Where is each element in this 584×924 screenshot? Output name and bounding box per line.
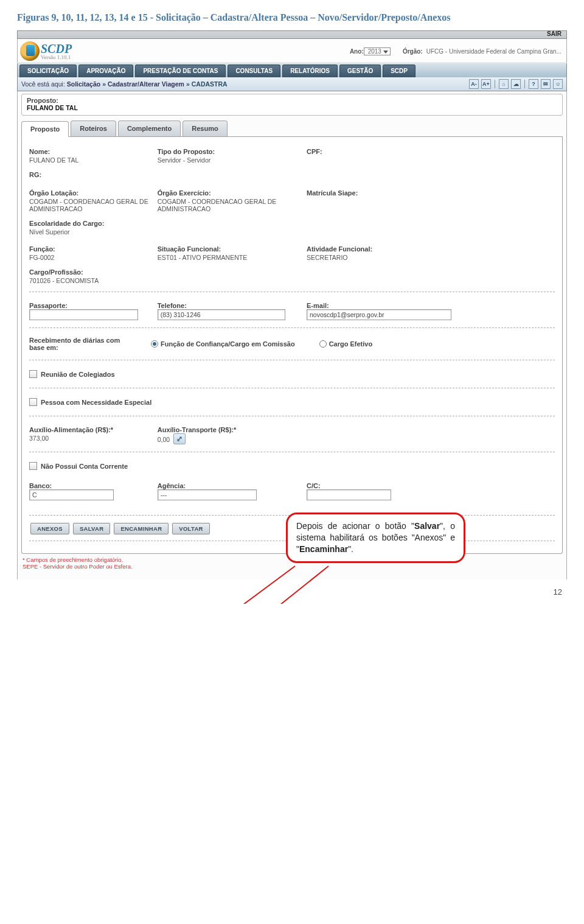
email-input[interactable]: [307, 309, 451, 320]
encaminhar-button[interactable]: ENCAMINHAR: [114, 523, 169, 534]
ano-select[interactable]: 2013: [364, 47, 391, 55]
mail-icon[interactable]: ✉: [541, 79, 551, 89]
checkbox-icon: [29, 370, 37, 378]
cpf-label: CPF:: [307, 148, 428, 155]
proposto-name: FULANO DE TAL: [22, 104, 562, 115]
orgao-label: Órgão:: [403, 48, 423, 55]
breadcrumb-2[interactable]: Cadastrar/Alterar Viagem: [108, 80, 184, 88]
aux-transporte-value: 0,00: [158, 435, 170, 443]
expand-icon[interactable]: ⤢: [173, 433, 186, 444]
voltar-button[interactable]: VOLTAR: [172, 523, 209, 534]
funcao-value: FG-0002: [29, 253, 150, 261]
page-number: 12: [554, 587, 562, 597]
screenshot-container: SAIR SCDP Versão 1.10.1 Ano: 2013 Órgão:…: [17, 30, 567, 579]
passaporte-input[interactable]: [29, 309, 138, 320]
banco-label: Banco:: [29, 482, 150, 489]
nav-scdp[interactable]: SCDP: [383, 65, 415, 77]
home-icon[interactable]: ⌂: [499, 79, 509, 89]
feedback-icon[interactable]: ☺: [553, 79, 563, 89]
cargo-value: 701026 - ECONOMISTA: [29, 276, 150, 284]
atividade-value: SECRETARIO: [307, 253, 428, 261]
cargo-label: Cargo/Profissão:: [29, 268, 150, 276]
form-panel: Nome:FULANO DE TAL Tipo do Proposto:Serv…: [21, 137, 563, 554]
tab-proposto[interactable]: Proposto: [21, 121, 69, 137]
nav-consultas[interactable]: CONSULTAS: [228, 65, 280, 77]
tipo-label: Tipo do Proposto:: [158, 148, 299, 155]
orgao-value: UFCG - Universidade Federal de Campina G…: [426, 48, 561, 55]
orgao-lotacao-value: COGADM - COORDENACAO GERAL DE ADMINISTRA…: [29, 197, 150, 212]
telefone-input[interactable]: [158, 309, 285, 320]
escolaridade-value: Nível Superior: [29, 227, 150, 236]
chk-reuniao-colegiados[interactable]: Reunião de Colegiados: [29, 364, 555, 384]
nome-value: FULANO DE TAL: [29, 155, 150, 164]
radio-cargo-efetivo[interactable]: Cargo Efetivo: [319, 340, 373, 348]
situacao-label: Situação Funcional:: [158, 245, 299, 253]
nome-label: Nome:: [29, 148, 150, 155]
font-decrease-icon[interactable]: A-: [469, 79, 479, 89]
agencia-input[interactable]: [158, 489, 257, 500]
breadcrumb-current: CADASTRA: [192, 80, 228, 88]
radio-icon: [319, 340, 327, 348]
passaporte-label: Passaporte:: [29, 302, 150, 309]
funcao-label: Função:: [29, 245, 150, 253]
logo-name: SCDP: [41, 43, 72, 55]
anexos-button[interactable]: ANEXOS: [30, 523, 69, 534]
matricula-value: [307, 197, 428, 198]
toolbar-icons: A- A+ ⌂ ☁ ? ✉ ☺: [469, 79, 563, 89]
chat-icon[interactable]: ☁: [511, 79, 521, 89]
legend-sepe: SEPE - Servidor de outro Poder ou Esfera…: [21, 563, 563, 573]
aux-alimentacao-label: Auxílio-Alimentação (R$):*: [29, 426, 150, 433]
chk-necessidade-especial[interactable]: Pessoa com Necessidade Especial: [29, 392, 555, 412]
help-icon[interactable]: ?: [529, 79, 538, 89]
app-logo-text: SCDP Versão 1.10.1: [41, 43, 72, 60]
cc-input[interactable]: [307, 489, 391, 500]
atividade-label: Atividade Funcional:: [307, 245, 428, 253]
nav-relatorios[interactable]: RELATÓRIOS: [282, 65, 338, 77]
email-label: E-mail:: [307, 302, 548, 309]
nav-gestao[interactable]: GESTÃO: [339, 65, 381, 77]
chevron-icon: »: [100, 80, 108, 88]
agencia-label: Agência:: [158, 482, 299, 489]
rg-value: [29, 178, 150, 180]
font-increase-icon[interactable]: A+: [481, 79, 491, 89]
radio-funcao-confianca[interactable]: Função de Confiança/Cargo em Comissão: [151, 340, 295, 348]
tab-complemento[interactable]: Complemento: [118, 121, 181, 136]
logout-link[interactable]: SAIR: [547, 30, 561, 37]
telefone-label: Telefone:: [158, 302, 299, 309]
figure-caption: Figuras 9, 10, 11, 12, 13, 14 e 15 - Sol…: [17, 11, 567, 24]
tab-resumo[interactable]: Resumo: [182, 121, 227, 136]
orgao-lotacao-label: Órgão Lotação:: [29, 189, 150, 197]
aux-transporte-label: Auxílio-Transporte (R$):*: [158, 426, 299, 433]
matricula-label: Matrícula Siape:: [307, 189, 428, 197]
app-header: SCDP Versão 1.10.1 Ano: 2013 Órgão: UFCG…: [17, 39, 567, 63]
aux-alimentacao-value: 373,00: [29, 433, 150, 442]
radio-icon: [151, 340, 158, 348]
tab-roteiros[interactable]: Roteiros: [71, 121, 116, 136]
chevron-icon: »: [184, 80, 192, 88]
proposto-box: Proposto: FULANO DE TAL: [21, 94, 563, 116]
rg-label: RG:: [29, 171, 150, 178]
diaria-label: Recebimento de diárias com base em:: [29, 337, 127, 351]
cc-label: C/C:: [307, 482, 428, 489]
content-area: Proposto: FULANO DE TAL Proposto Roteiro…: [17, 91, 567, 579]
nav-aprovacao[interactable]: APROVAÇÃO: [78, 65, 133, 77]
nav-solicitacao[interactable]: SOLICITAÇÃO: [19, 65, 77, 77]
chk-nao-possui-conta[interactable]: Não Possui Conta Corrente: [29, 456, 555, 476]
proposto-label: Proposto:: [22, 94, 562, 104]
checkbox-icon: [29, 462, 37, 470]
situacao-value: EST01 - ATIVO PERMANENTE: [158, 253, 299, 261]
breadcrumb: Você está aqui: Solicitação » Cadastrar/…: [17, 77, 567, 91]
tipo-value: Servidor - Servidor: [158, 155, 299, 164]
breadcrumb-pre: Você está aqui:: [21, 80, 65, 88]
salvar-button[interactable]: SALVAR: [73, 523, 110, 534]
nav-prestacao[interactable]: PRESTAÇÃO DE CONTAS: [135, 65, 226, 77]
ano-label: Ano:: [350, 48, 364, 55]
breadcrumb-1[interactable]: Solicitação: [67, 80, 100, 88]
escolaridade-label: Escolaridade do Cargo:: [29, 220, 150, 227]
window-titlebar: SAIR: [17, 30, 567, 39]
checkbox-icon: [29, 398, 37, 406]
banco-input[interactable]: [29, 489, 114, 500]
version-label: Versão 1.10.1: [41, 55, 72, 60]
callout-salvar: Depois de acionar o botão "Salvar", o si…: [286, 513, 465, 563]
form-tabs: Proposto Roteiros Complemento Resumo: [21, 121, 563, 137]
